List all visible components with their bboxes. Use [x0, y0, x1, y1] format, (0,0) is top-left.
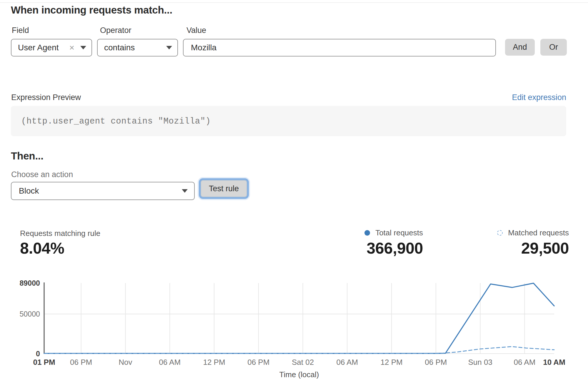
- x-tick-label: 06 PM: [425, 358, 447, 367]
- x-tick-label: 12 PM: [381, 358, 403, 367]
- x-tick-label: 06 PM: [247, 358, 269, 367]
- y-tick-label: 0: [36, 350, 40, 358]
- requests-chart: 0500008900001 PM06 PMNov06 AM12 PM06 PMS…: [0, 0, 588, 381]
- x-tick-label: 06 PM: [70, 358, 92, 367]
- x-tick-label: 01 PM: [33, 358, 55, 367]
- x-tick-label: 06 AM: [159, 358, 181, 367]
- firewall-rule-editor: When incoming requests match... Field Op…: [0, 0, 588, 381]
- y-tick-label: 50000: [19, 310, 40, 318]
- series-dashed: [44, 347, 554, 354]
- x-tick-label: Sat 02: [292, 358, 314, 367]
- y-tick-label: 89000: [19, 279, 40, 287]
- x-tick-label: 10 AM: [543, 358, 565, 367]
- series-solid: [44, 283, 554, 354]
- x-tick-label: 06 AM: [514, 358, 536, 367]
- x-tick-label: 12 PM: [203, 358, 225, 367]
- x-tick-label: Sun 03: [468, 358, 492, 367]
- x-tick-label: Nov: [119, 358, 132, 367]
- x-axis-title: Time (local): [279, 370, 319, 379]
- x-tick-label: 06 AM: [336, 358, 358, 367]
